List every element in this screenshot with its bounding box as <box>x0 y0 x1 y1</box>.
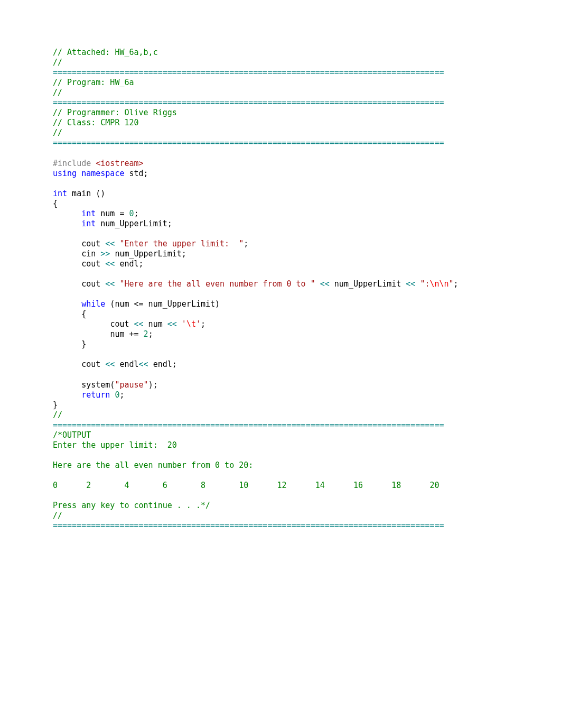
char-open: ' <box>177 319 186 329</box>
type-int: int <box>53 189 67 198</box>
op-rshift: >> <box>100 249 110 259</box>
decl-num: num = <box>96 209 129 218</box>
comment-slash: // <box>53 58 67 67</box>
comment-slash: // <box>53 410 67 420</box>
indent <box>53 299 81 309</box>
semi: ; <box>144 169 148 178</box>
indent <box>53 219 81 228</box>
separator: ========================================… <box>53 98 444 107</box>
lbrace: { <box>81 309 86 319</box>
comment-slash: // <box>53 511 67 520</box>
system-call: system( <box>81 380 115 390</box>
op-lshift: << <box>320 279 330 289</box>
indent <box>53 279 81 289</box>
type-int: int <box>81 219 96 228</box>
var-upper: num_UpperLimit <box>330 279 406 289</box>
output-line: Here are the all even number from 0 to 2… <box>53 460 253 470</box>
num-zero: 0 <box>110 390 119 400</box>
while-cond: (num <= num_UpperLimit) <box>105 299 220 309</box>
op-lshift: << <box>105 259 115 269</box>
comment-attached: // Attached: HW_6a,b,c <box>53 48 158 57</box>
escape-tab: \t <box>186 319 196 329</box>
semi: ; <box>148 329 153 339</box>
cout: cout <box>81 360 105 369</box>
semi: ; <box>454 279 459 289</box>
output-line: 0 2 4 6 8 10 12 14 16 18 20 <box>53 481 440 490</box>
cout: cout <box>81 239 105 248</box>
num-zero: 0 <box>129 209 134 218</box>
separator: ========================================… <box>53 138 444 148</box>
semi: ; <box>201 319 205 329</box>
char-close: ' <box>196 319 201 329</box>
separator: ========================================… <box>53 68 444 77</box>
kw-namespace: namespace <box>77 169 124 178</box>
separator: ========================================… <box>53 420 444 430</box>
string-here: "Here are the all even number from 0 to … <box>115 279 315 289</box>
endl: endl; <box>148 360 177 369</box>
comment-slash: // <box>53 128 67 137</box>
cin-var: num_UpperLimit; <box>110 249 186 259</box>
output-line: Press any key to continue . . .*/ <box>53 501 210 510</box>
indent <box>53 339 81 349</box>
escape-nn: \n\n <box>429 279 448 289</box>
op-lshift: << <box>105 360 115 369</box>
num-two: 2 <box>144 329 148 339</box>
indent <box>53 329 110 339</box>
num-pluseq: num += <box>110 329 143 339</box>
comment-slash: // <box>53 88 67 97</box>
string-colon-close: " <box>449 279 454 289</box>
rbrace: } <box>81 339 86 349</box>
endl: endl; <box>115 259 143 269</box>
system-end: ); <box>148 380 158 390</box>
op-lshift: << <box>105 239 115 248</box>
op-lshift: << <box>406 279 415 289</box>
comment-programmer: // Programmer: Olive Riggs <box>53 108 177 117</box>
string-pause: "pause" <box>115 380 148 390</box>
semi: ; <box>119 390 124 400</box>
comment-class: // Class: CMPR 120 <box>53 118 139 127</box>
comment-program: // Program: HW_6a <box>53 78 134 87</box>
string-prompt: "Enter the upper limit: " <box>115 239 244 248</box>
var-num: num <box>144 319 167 329</box>
indent <box>53 249 81 259</box>
semi: ; <box>244 239 248 248</box>
string-colon-open: ": <box>415 279 429 289</box>
fn-main: main () <box>67 189 105 198</box>
op-lshift: << <box>105 279 115 289</box>
op-lshift: << <box>134 319 144 329</box>
indent <box>53 239 81 248</box>
std: std <box>124 169 143 178</box>
cout: cout <box>81 279 105 289</box>
cout: cout <box>81 259 105 269</box>
op-lshift: << <box>167 319 177 329</box>
kw-while: while <box>81 299 105 309</box>
output-line: Enter the upper limit: 20 <box>53 440 177 450</box>
output-header: /*OUTPUT <box>53 430 91 440</box>
indent <box>53 319 110 329</box>
indent <box>53 360 81 369</box>
kw-return: return <box>81 390 110 400</box>
cin: cin <box>81 249 100 259</box>
decl-upper: num_UpperLimit; <box>96 219 172 228</box>
semi: ; <box>134 209 139 218</box>
preproc-include: #include <box>53 159 91 168</box>
code-block: // Attached: HW_6a,b,c // ==============… <box>53 48 561 531</box>
separator: ========================================… <box>53 521 444 530</box>
indent <box>53 309 81 319</box>
include-iostream: <iostream> <box>91 159 143 168</box>
kw-using: using <box>53 169 77 178</box>
indent <box>53 209 81 218</box>
rbrace: } <box>53 400 58 410</box>
type-int: int <box>81 209 96 218</box>
indent <box>53 259 81 269</box>
indent <box>53 390 81 400</box>
indent <box>53 380 81 390</box>
op-lshift: << <box>139 360 148 369</box>
lbrace: { <box>53 199 58 208</box>
endl: endl <box>115 360 138 369</box>
cout: cout <box>110 319 134 329</box>
